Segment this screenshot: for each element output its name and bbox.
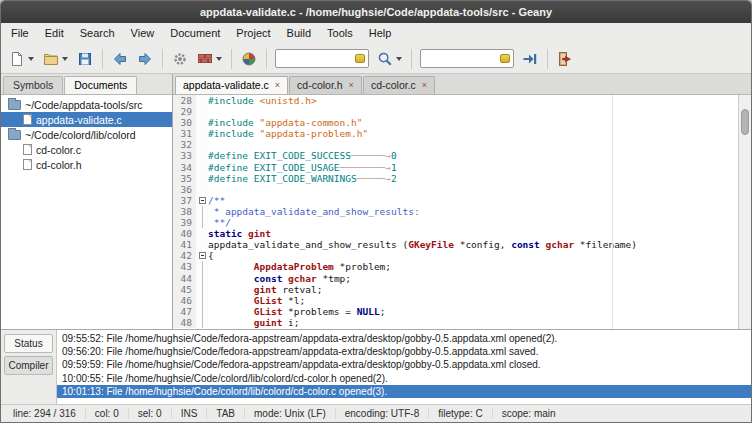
line-number: 38 bbox=[173, 206, 196, 217]
tree-item[interactable]: ~/Code/appdata-tools/src bbox=[1, 97, 172, 112]
navigate-back-button[interactable] bbox=[108, 47, 132, 71]
line-number: 39 bbox=[173, 217, 196, 228]
editor-scrollbar[interactable] bbox=[738, 95, 751, 329]
code-text: GList *l; bbox=[208, 295, 305, 306]
fold-margin bbox=[196, 128, 208, 139]
code-line[interactable]: 41appdata_validate_and_show_results (GKe… bbox=[173, 239, 738, 250]
tree-item[interactable]: appdata-validate.c bbox=[1, 112, 172, 127]
code-line[interactable]: 35#define EXIT_CODE_WARNINGS─────→2 bbox=[173, 173, 738, 184]
editor-scrollbar-thumb[interactable] bbox=[741, 109, 749, 135]
quit-button[interactable] bbox=[553, 47, 577, 71]
code-line[interactable]: 47 GList *problems = NULL; bbox=[173, 306, 738, 317]
clear-search-icon[interactable] bbox=[355, 54, 365, 63]
code-line[interactable]: 42{ bbox=[173, 250, 738, 261]
menu-item-document[interactable]: Document bbox=[162, 23, 228, 44]
menu-item-help[interactable]: Help bbox=[361, 23, 400, 44]
line-number: 32 bbox=[173, 139, 196, 150]
code-line[interactable]: 32 bbox=[173, 139, 738, 150]
fold-toggle-icon[interactable] bbox=[199, 252, 206, 259]
line-number: 47 bbox=[173, 306, 196, 317]
status-message[interactable]: 10:00:55: File /home/hughsie/Code/colord… bbox=[57, 372, 751, 385]
save-file-button[interactable] bbox=[73, 47, 97, 71]
statusbar-item: line: 294 / 316 bbox=[4, 408, 86, 419]
status-message[interactable]: 09:59:59: File /home/hughsie/Code/fedora… bbox=[57, 358, 751, 371]
line-number: 35 bbox=[173, 173, 196, 184]
clear-goto-icon[interactable] bbox=[500, 54, 510, 63]
jump-to-icon bbox=[522, 51, 538, 67]
close-tab-icon[interactable]: × bbox=[275, 81, 280, 90]
bottom-tab-compiler[interactable]: Compiler bbox=[4, 356, 53, 375]
geany-window: appdata-validate.c - /home/hughsie/Code/… bbox=[0, 0, 752, 423]
tree-item[interactable]: cd-color.c bbox=[1, 142, 172, 157]
code-line[interactable]: 29 bbox=[173, 106, 738, 117]
navigate-forward-button[interactable] bbox=[133, 47, 157, 71]
new-file-dropdown-icon[interactable] bbox=[28, 57, 34, 61]
code-line[interactable]: 39 **/ bbox=[173, 217, 738, 228]
close-tab-icon[interactable]: × bbox=[349, 81, 354, 90]
tree-item[interactable]: ~/Code/colord/lib/colord bbox=[1, 127, 172, 142]
line-number: 29 bbox=[173, 106, 196, 117]
line-number: 40 bbox=[173, 228, 196, 239]
code-line[interactable]: 44 const gchar *tmp; bbox=[173, 273, 738, 284]
code-line[interactable]: 28#include <unistd.h> bbox=[173, 95, 738, 106]
menu-item-tools[interactable]: Tools bbox=[319, 23, 361, 44]
toolbar bbox=[1, 44, 751, 74]
code-view[interactable]: 28#include <unistd.h>2930#include "appda… bbox=[173, 95, 738, 329]
editor-tab[interactable]: cd-color.c× bbox=[363, 76, 435, 94]
menu-item-edit[interactable]: Edit bbox=[37, 23, 72, 44]
menu-item-project[interactable]: Project bbox=[228, 23, 278, 44]
code-line[interactable]: 40static gint bbox=[173, 228, 738, 239]
build-button[interactable] bbox=[193, 47, 226, 71]
menu-item-file[interactable]: File bbox=[3, 23, 37, 44]
status-message[interactable]: 10:01:13: File /home/hughsie/Code/colord… bbox=[57, 385, 751, 398]
editor-tab[interactable]: appdata-validate.c× bbox=[175, 76, 288, 94]
bottom-tab-status[interactable]: Status bbox=[4, 334, 53, 353]
compile-button[interactable] bbox=[168, 47, 192, 71]
sidebar-tab-symbols[interactable]: Symbols bbox=[3, 76, 63, 94]
code-line[interactable]: 37/** bbox=[173, 195, 738, 206]
tree-item[interactable]: cd-color.h bbox=[1, 157, 172, 172]
line-number: 36 bbox=[173, 184, 196, 195]
toolbar-separator bbox=[162, 49, 163, 69]
menu-item-view[interactable]: View bbox=[123, 23, 163, 44]
code-line[interactable]: 30#include "appdata-common.h" bbox=[173, 117, 738, 128]
fold-margin bbox=[196, 306, 208, 317]
code-line[interactable]: 31#include "appdata-problem.h" bbox=[173, 128, 738, 139]
statusbar-item: scope: main bbox=[493, 408, 565, 419]
code-lines: 28#include <unistd.h>2930#include "appda… bbox=[173, 95, 738, 328]
fold-margin bbox=[196, 317, 208, 328]
editor-tab[interactable]: cd-color.h× bbox=[289, 76, 362, 94]
search-button[interactable] bbox=[373, 47, 406, 71]
code-line[interactable]: 38 * appdata_validate_and_show_results: bbox=[173, 206, 738, 217]
search-dropdown-icon[interactable] bbox=[396, 57, 402, 61]
code-text: #include "appdata-problem.h" bbox=[208, 128, 368, 139]
menu-item-search[interactable]: Search bbox=[72, 23, 123, 44]
color-chooser-button[interactable] bbox=[237, 47, 261, 71]
fold-margin bbox=[196, 284, 208, 295]
code-text: GList *problems = NULL; bbox=[208, 306, 385, 317]
status-message[interactable]: 09:55:52: File /home/hughsie/Code/fedora… bbox=[57, 332, 751, 345]
titlebar[interactable]: appdata-validate.c - /home/hughsie/Code/… bbox=[1, 1, 751, 23]
menu-item-build[interactable]: Build bbox=[279, 23, 319, 44]
build-dropdown-icon[interactable] bbox=[216, 57, 222, 61]
open-file-dropdown-icon[interactable] bbox=[62, 57, 68, 61]
fold-margin bbox=[196, 150, 208, 161]
code-line[interactable]: 45 gint retval; bbox=[173, 284, 738, 295]
code-line[interactable]: 34#define EXIT_CODE_USAGE────────→1 bbox=[173, 162, 738, 173]
goto-line-button[interactable] bbox=[518, 47, 542, 71]
code-area: 28#include <unistd.h>2930#include "appda… bbox=[173, 95, 751, 329]
sidebar-tab-documents[interactable]: Documents bbox=[64, 76, 137, 94]
code-line[interactable]: 48 guint i; bbox=[173, 317, 738, 328]
build-brick-icon bbox=[197, 51, 213, 67]
code-line[interactable]: 36 bbox=[173, 184, 738, 195]
status-message[interactable]: 09:56:20: File /home/hughsie/Code/fedora… bbox=[57, 345, 751, 358]
close-tab-icon[interactable]: × bbox=[422, 81, 427, 90]
code-line[interactable]: 46 GList *l; bbox=[173, 295, 738, 306]
new-file-button[interactable] bbox=[5, 47, 38, 71]
open-file-button[interactable] bbox=[39, 47, 72, 71]
code-line[interactable]: 43 AppdataProblem *problem; bbox=[173, 261, 738, 272]
fold-toggle-icon[interactable] bbox=[199, 197, 206, 204]
code-line[interactable]: 33#define EXIT_CODE_SUCCESS──────→0 bbox=[173, 150, 738, 161]
fold-margin bbox=[196, 162, 208, 173]
fold-margin bbox=[196, 206, 208, 217]
